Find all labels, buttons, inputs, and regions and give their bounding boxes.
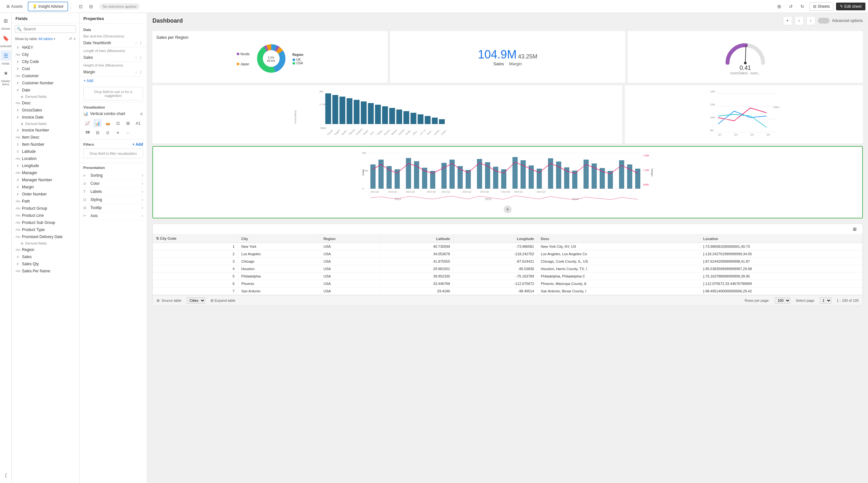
- field-item-grosssales[interactable]: # GrossSales: [11, 107, 79, 114]
- search-input[interactable]: [15, 25, 76, 33]
- selection-forward-btn[interactable]: ⊟: [87, 2, 96, 11]
- cell-latitude: 41.875555: [379, 258, 454, 265]
- cell-region: USA: [320, 280, 379, 288]
- combo-add-btn[interactable]: +: [504, 206, 512, 213]
- legend-nordic: Nordic: [237, 52, 250, 56]
- field-item-percent-key[interactable]: # %KEY: [11, 44, 79, 51]
- field-item-latitude[interactable]: # Latitude: [11, 148, 79, 155]
- field-item-longitude[interactable]: # Longitude: [11, 162, 79, 169]
- viz-treemap-icon[interactable]: ⊟: [93, 128, 102, 137]
- field-item-sales-per-name[interactable]: Abc Sales Per Name: [11, 268, 79, 275]
- field-item-product-line[interactable]: Abc Product Line: [11, 212, 79, 219]
- field-item-cost[interactable]: # Cost: [11, 65, 79, 72]
- source-table-select[interactable]: Cities: [187, 297, 206, 304]
- col-longitude[interactable]: Longitude: [454, 235, 537, 243]
- tab-insight-advisor[interactable]: 💡 Insight Advisor: [28, 2, 68, 11]
- field-item-manager[interactable]: Abc Manager: [11, 169, 79, 176]
- col-location[interactable]: Location: [700, 235, 862, 243]
- pres-sorting[interactable]: ≡ Sorting ›: [83, 172, 143, 180]
- height-line-item[interactable]: Margin › ⋮: [80, 68, 147, 77]
- field-item-promised-delivery[interactable]: Abc Promised Delivery Date: [11, 233, 79, 240]
- field-item-customer-number[interactable]: # Customer Number: [11, 80, 79, 87]
- viz-bar-icon[interactable]: 📊: [93, 119, 102, 127]
- field-item-derived-invoice[interactable]: ⊕ Derived fields: [11, 121, 79, 127]
- pres-axis[interactable]: ⊢ Axis ›: [83, 212, 143, 220]
- col-city-code[interactable]: ⇅ City Code: [153, 235, 238, 243]
- field-item-item-number[interactable]: # Item Number: [11, 141, 79, 148]
- viz-gauge-icon[interactable]: ⊙: [104, 128, 112, 137]
- edit-sheet-button[interactable]: ✎ Edit sheet: [836, 3, 865, 10]
- viz-table-icon[interactable]: ⊞: [124, 119, 132, 127]
- viz-kpi-icon[interactable]: #1: [134, 119, 143, 127]
- length-bars-item[interactable]: Sales › ⋮: [80, 53, 147, 62]
- pres-styling[interactable]: ⊡ Styling ›: [83, 196, 143, 204]
- col-latitude[interactable]: Latitude: [379, 235, 454, 243]
- cell-location: [-98.4951400000000006,29.42: [700, 288, 862, 295]
- field-item-path[interactable]: Abc Path: [11, 198, 79, 205]
- viz-scatter-icon[interactable]: ⊡: [114, 119, 122, 127]
- field-item-item-desc[interactable]: Abc Item Desc: [11, 134, 79, 141]
- sidebar-item-collapse[interactable]: ⟨: [1, 470, 11, 480]
- table-scroll[interactable]: ⇅ City Code City Region Latitude Longitu…: [153, 235, 863, 295]
- field-item-customer[interactable]: Abc Customer: [11, 72, 79, 80]
- field-item-invoice-date[interactable]: # Invoice Date: [11, 114, 79, 121]
- field-item-city[interactable]: Abc City: [11, 51, 79, 58]
- tab-assets[interactable]: ⊞ Assets: [3, 2, 27, 11]
- field-item-order-number[interactable]: # Order Number: [11, 191, 79, 198]
- field-item-product-group[interactable]: Abc Product Group: [11, 205, 79, 212]
- table-view-icon[interactable]: ⊞: [851, 225, 859, 233]
- expand-icon: ›: [135, 70, 136, 74]
- col-city[interactable]: City: [238, 235, 320, 243]
- field-item-margin[interactable]: # Margin: [11, 183, 79, 191]
- sheets-button[interactable]: ⊟ Sheets: [810, 2, 833, 11]
- sidebar-item-bookmarks[interactable]: 🔖: [1, 33, 11, 43]
- field-type-icon: #: [16, 60, 20, 64]
- selection-back-btn[interactable]: ⊡: [76, 2, 85, 11]
- undo-btn[interactable]: ↺: [786, 2, 795, 11]
- grid-view-btn[interactable]: ⊞: [775, 2, 784, 11]
- field-item-sales[interactable]: # Sales: [11, 253, 79, 261]
- prev-btn[interactable]: ‹: [795, 16, 804, 25]
- redo-btn[interactable]: ↻: [798, 2, 807, 11]
- sidebar-item-sheets[interactable]: ⊞: [1, 16, 11, 26]
- rows-per-page-select[interactable]: 100 50 25: [775, 297, 790, 304]
- next-btn[interactable]: ›: [806, 16, 815, 25]
- svg-rect-95: [584, 160, 589, 189]
- page-select[interactable]: 1: [819, 297, 832, 304]
- viz-line-icon[interactable]: 📈: [83, 119, 92, 127]
- pres-color[interactable]: ⊙ Color ›: [83, 180, 143, 188]
- field-item-derived-date[interactable]: ⊕ Derived fields: [11, 94, 79, 99]
- sidebar-item-master-items[interactable]: ★: [1, 68, 11, 78]
- viz-pie-icon[interactable]: 🥧: [104, 119, 112, 127]
- pres-tooltip[interactable]: ⊟ Tooltip ›: [83, 204, 143, 212]
- add-table-btn[interactable]: +: [73, 36, 76, 41]
- viz-map-icon[interactable]: 🗺: [83, 128, 92, 137]
- add-widget-btn[interactable]: +: [783, 16, 792, 25]
- col-desc[interactable]: Desc: [537, 235, 700, 243]
- bar-line-item[interactable]: Date.YearMonth › ⋮: [80, 39, 147, 48]
- field-item-desc[interactable]: Abc Desc: [11, 99, 79, 107]
- refresh-btn[interactable]: ↺: [69, 36, 72, 41]
- field-item-product-type[interactable]: Abc Product Type: [11, 226, 79, 233]
- field-item-sales-qty[interactable]: # Sales Qty: [11, 261, 79, 268]
- field-item-region[interactable]: Abc Region: [11, 246, 79, 253]
- topbar-divider: [71, 3, 71, 10]
- show-by-label: Show by table: [15, 37, 37, 41]
- add-filter-btn[interactable]: + Add: [132, 142, 143, 147]
- viz-more-icon[interactable]: ···: [124, 128, 132, 137]
- field-item-location[interactable]: Abc Location: [11, 155, 79, 162]
- sidebar-item-fields[interactable]: ☰: [1, 51, 11, 61]
- col-region[interactable]: Region: [320, 235, 379, 243]
- add-data-btn[interactable]: + Add: [80, 77, 147, 85]
- field-item-city-code[interactable]: # City Code: [11, 58, 79, 65]
- pres-labels[interactable]: T Labels ›: [83, 188, 143, 196]
- field-item-derived-promised[interactable]: ⊕ Derived fields: [11, 240, 79, 246]
- expand-table-btn[interactable]: ⊞ Expand table: [211, 299, 236, 303]
- field-type-icon: Abc: [16, 235, 20, 238]
- field-item-invoice-number[interactable]: # Invoice Number: [11, 127, 79, 134]
- field-item-product-sub-group[interactable]: Abc Product Sub Group: [11, 219, 79, 226]
- field-item-manager-number[interactable]: # Manager Number: [11, 176, 79, 183]
- field-item-date[interactable]: # Date: [11, 87, 79, 94]
- advanced-options-toggle[interactable]: [818, 18, 830, 24]
- viz-waterfall-icon[interactable]: ≡: [114, 128, 122, 137]
